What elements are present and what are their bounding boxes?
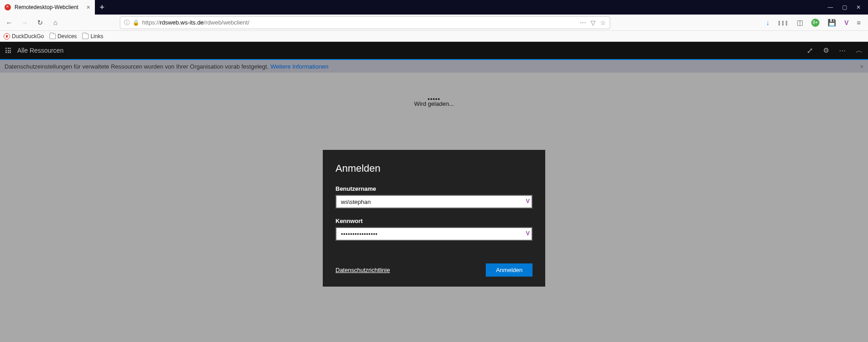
save-icon[interactable]: 💾: [828, 19, 836, 27]
banner-link[interactable]: Weitere Informationen: [271, 63, 329, 70]
duckduckgo-icon: [4, 33, 10, 40]
login-button[interactable]: Anmelden: [486, 263, 533, 277]
apps-grid-icon[interactable]: [5, 48, 11, 53]
new-tab-button[interactable]: +: [95, 3, 109, 12]
bookmark-duckduckgo[interactable]: DuckDuckGo: [4, 33, 44, 40]
folder-icon: [49, 34, 56, 39]
window-controls: — ▢ ✕: [820, 4, 868, 10]
tab-title: Remotedesktop-Webclient: [15, 4, 79, 10]
maximize-icon[interactable]: ▢: [842, 4, 847, 10]
settings-gear-icon[interactable]: ⚙: [823, 46, 829, 55]
downloads-icon[interactable]: ↓: [766, 19, 769, 26]
password-input[interactable]: [335, 227, 533, 241]
toolbar-extensions: ↓ ⫿⫿⫿ ◫ 8+ 💾 V ≡: [766, 19, 861, 27]
login-dialog: Anmelden Benutzername V Kennwort V Daten…: [323, 150, 545, 287]
minimize-icon[interactable]: —: [828, 4, 833, 10]
page-body: ••••• Wird geladen... Anmelden Benutzern…: [0, 73, 868, 342]
bookmark-devices[interactable]: Devices: [49, 33, 77, 40]
home-button[interactable]: ⌂: [50, 17, 61, 28]
reader-icon[interactable]: ▽: [591, 19, 596, 26]
fullscreen-icon[interactable]: [807, 46, 813, 55]
sidebar-icon[interactable]: ◫: [797, 19, 803, 27]
app-header: Alle Ressourcen ⚙ ⋯ ︿: [0, 42, 868, 60]
privacy-link[interactable]: Datenschutzrichtlinie: [335, 267, 390, 273]
more-icon[interactable]: ⋯: [839, 46, 846, 55]
reload-button[interactable]: ↻: [35, 17, 45, 28]
login-title: Anmelden: [335, 163, 533, 174]
tab-close-icon[interactable]: ×: [87, 4, 90, 10]
password-label: Kennwort: [335, 218, 533, 224]
close-window-icon[interactable]: ✕: [856, 4, 861, 10]
back-button[interactable]: ←: [4, 17, 15, 28]
folder-icon: [82, 34, 89, 39]
browser-tab[interactable]: Remotedesktop-Webclient ×: [0, 0, 95, 15]
bookmark-links[interactable]: Links: [82, 33, 103, 40]
forward-button[interactable]: →: [19, 17, 30, 28]
site-info-icon[interactable]: ⓘ: [124, 19, 130, 27]
loading-indicator: ••••• Wird geladen...: [0, 98, 868, 107]
username-label: Benutzername: [335, 185, 533, 192]
bookmarks-bar: DuckDuckGo Devices Links: [0, 31, 868, 42]
banner-text: Datenschutzeinstellungen für verwaltete …: [5, 63, 269, 70]
banner-close-icon[interactable]: ×: [860, 63, 863, 70]
bookmark-star-icon[interactable]: ☆: [600, 19, 606, 26]
page-actions-icon[interactable]: ⋯: [580, 19, 586, 26]
page-title: Alle Ressourcen: [17, 47, 64, 54]
menu-icon[interactable]: ≡: [857, 19, 861, 26]
info-banner: Datenschutzeinstellungen für verwaltete …: [0, 60, 868, 73]
loading-text: Wird geladen...: [414, 100, 454, 107]
browser-titlebar: Remotedesktop-Webclient × + — ▢ ✕: [0, 0, 868, 15]
v-autofill-icon[interactable]: V: [526, 198, 530, 204]
extension-badge[interactable]: 8+: [811, 19, 819, 27]
username-input[interactable]: [335, 195, 533, 208]
library-icon[interactable]: ⫿⫿⫿: [778, 19, 789, 26]
browser-toolbar: ← → ↻ ⌂ ⓘ 🔒 https://rdsweb.ws-its.de/rdw…: [0, 15, 868, 31]
url-text: https://rdsweb.ws-its.de/rdweb/webclient…: [142, 19, 577, 26]
chevron-up-icon[interactable]: ︿: [856, 46, 863, 55]
v-autofill-icon[interactable]: V: [526, 230, 530, 237]
v-extension-icon[interactable]: V: [844, 19, 848, 26]
lock-icon[interactable]: 🔒: [133, 20, 139, 26]
address-bar[interactable]: ⓘ 🔒 https://rdsweb.ws-its.de/rdweb/webcl…: [120, 16, 610, 29]
tab-favicon: [5, 4, 11, 10]
